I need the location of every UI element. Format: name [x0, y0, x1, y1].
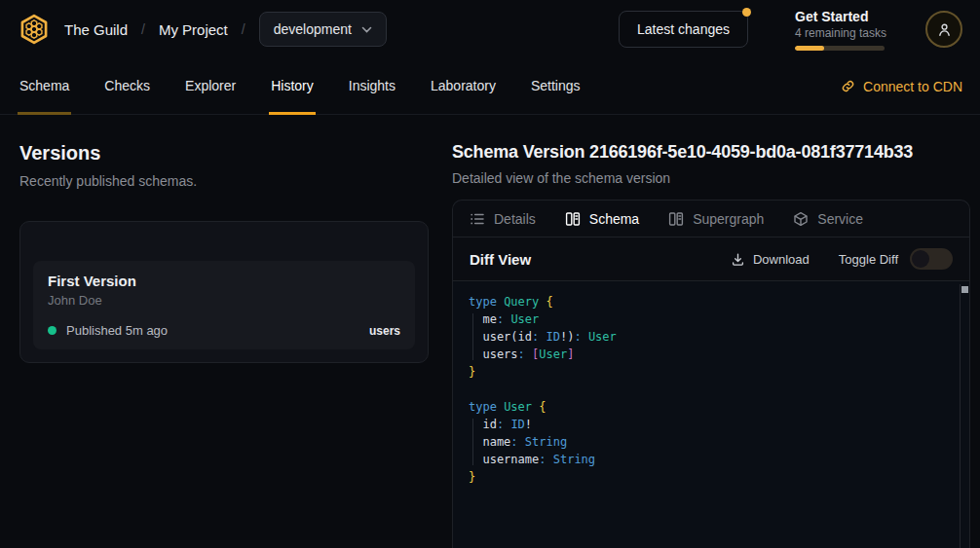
- detail-tabs: Details Schema: [453, 201, 969, 237]
- nav-tab-insights[interactable]: Insights: [347, 58, 397, 115]
- version-meta-row: Published 5m ago users: [48, 323, 400, 338]
- list-icon: [470, 211, 485, 227]
- notification-dot: [742, 8, 751, 17]
- main-content: Versions Recently published schemas. Fir…: [0, 115, 980, 548]
- columns-icon: [565, 211, 581, 227]
- link-icon: [841, 79, 855, 93]
- nav-tab-explorer[interactable]: Explorer: [183, 58, 238, 115]
- code-line: type Query {: [469, 293, 952, 311]
- connect-to-cdn-label: Connect to CDN: [863, 79, 962, 94]
- get-started-title: Get Started: [795, 9, 885, 24]
- version-detail-title: Schema Version 2166196f-5e10-4059-bd0a-0…: [452, 142, 970, 163]
- primary-nav: Schema Checks Explorer History Insights …: [0, 58, 980, 115]
- nav-tab-settings[interactable]: Settings: [529, 58, 583, 115]
- detail-tab-schema[interactable]: Schema: [565, 211, 639, 227]
- get-started-progress-fill: [795, 46, 824, 51]
- published-status-dot: [48, 326, 57, 335]
- detail-tab-label: Schema: [589, 211, 639, 227]
- version-list-item[interactable]: First Version John Doe Published 5m ago …: [33, 261, 415, 349]
- breadcrumb-separator: /: [141, 21, 145, 37]
- app-root: The Guild / My Project / development Lat…: [0, 0, 980, 548]
- latest-changes-button[interactable]: Latest changes: [619, 11, 748, 48]
- hive-logo-icon[interactable]: [18, 13, 51, 46]
- diff-toolbar-actions: Download Toggle Diff: [731, 248, 953, 270]
- nav-right: Connect to CDN: [841, 58, 962, 114]
- code-line: me: User: [469, 311, 952, 328]
- versions-card: First Version John Doe Published 5m ago …: [19, 221, 429, 363]
- indent-guide: [472, 313, 473, 360]
- detail-tab-label: Supergraph: [693, 211, 764, 227]
- code-line: user(id: ID!): User: [469, 328, 952, 346]
- toggle-diff-label: Toggle Diff: [839, 252, 898, 267]
- code-line: [469, 381, 952, 398]
- code-line: id: ID!: [469, 416, 952, 433]
- schema-code-area[interactable]: type Query { me: User user(id: ID!): Use…: [453, 281, 969, 548]
- version-author: John Doe: [48, 293, 400, 308]
- download-button[interactable]: Download: [731, 252, 810, 267]
- get-started-subtitle: 4 remaining tasks: [795, 26, 885, 40]
- diff-view-title: Diff View: [470, 251, 531, 268]
- environment-selector[interactable]: development: [259, 12, 387, 47]
- chevron-down-icon: [361, 26, 372, 33]
- nav-tab-laboratory[interactable]: Laboratory: [429, 58, 498, 115]
- indent-guide: [472, 419, 473, 465]
- detail-tab-service[interactable]: Service: [793, 211, 863, 227]
- detail-tab-details[interactable]: Details: [470, 211, 536, 227]
- versions-title: Versions: [19, 142, 429, 164]
- person-icon: [936, 21, 953, 38]
- version-detail-panel: Schema Version 2166196f-5e10-4059-bd0a-0…: [452, 132, 970, 548]
- service-badge: users: [369, 324, 400, 338]
- code-block: type Query { me: User user(id: ID!): Use…: [469, 293, 952, 486]
- breadcrumb-org[interactable]: The Guild: [64, 21, 128, 38]
- detail-tab-supergraph[interactable]: Supergraph: [668, 211, 764, 227]
- version-detail-subtitle: Detailed view of the schema version: [452, 170, 970, 186]
- nav-tab-schema[interactable]: Schema: [18, 58, 71, 115]
- version-name: First Version: [48, 273, 400, 289]
- toggle-knob: [912, 250, 929, 268]
- detail-tab-label: Details: [494, 211, 536, 227]
- latest-changes-label: Latest changes: [637, 21, 730, 37]
- nav-tab-checks[interactable]: Checks: [102, 58, 152, 115]
- get-started-widget[interactable]: Get Started 4 remaining tasks: [795, 9, 885, 51]
- nav-tab-history[interactable]: History: [269, 58, 316, 115]
- get-started-progress-bar: [795, 46, 885, 51]
- download-label: Download: [753, 252, 810, 267]
- code-line: }: [469, 363, 952, 381]
- code-line: }: [469, 468, 952, 486]
- code-scrollbar-thumb[interactable]: [961, 286, 968, 293]
- versions-panel: Versions Recently published schemas. Fir…: [19, 132, 429, 548]
- detail-card: Details Schema: [452, 200, 970, 548]
- code-line: name: String: [469, 433, 952, 451]
- cube-icon: [793, 211, 809, 227]
- header: The Guild / My Project / development Lat…: [0, 0, 980, 58]
- detail-tab-label: Service: [817, 211, 863, 227]
- code-scrollbar[interactable]: [960, 284, 969, 548]
- breadcrumb-separator: /: [242, 21, 245, 37]
- code-line: users: [User]: [469, 346, 952, 363]
- code-line: type User {: [469, 398, 952, 416]
- code-line: username: String: [469, 451, 952, 468]
- environment-selector-value: development: [274, 21, 352, 37]
- columns-icon: [668, 211, 684, 227]
- diff-toolbar: Diff View Download Toggle Diff: [453, 237, 969, 281]
- toggle-diff-switch[interactable]: [910, 248, 953, 270]
- version-status: Published 5m ago: [66, 323, 168, 338]
- connect-to-cdn-link[interactable]: Connect to CDN: [841, 79, 962, 94]
- user-avatar[interactable]: [925, 11, 962, 48]
- breadcrumb-project[interactable]: My Project: [159, 21, 228, 38]
- versions-subtitle: Recently published schemas.: [19, 173, 429, 189]
- download-icon: [731, 252, 745, 267]
